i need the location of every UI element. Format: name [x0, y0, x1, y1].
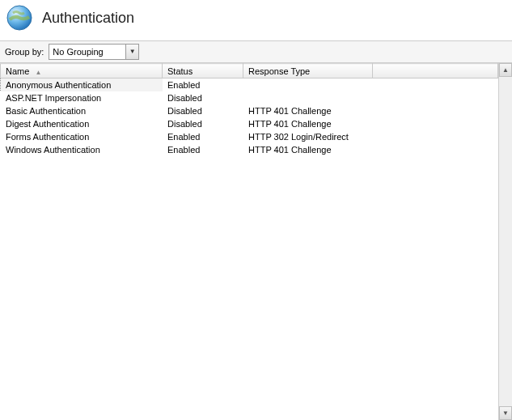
table-row[interactable]: Windows AuthenticationEnabledHTTP 401 Ch…	[1, 143, 498, 156]
cell-name: ASP.NET Impersonation	[1, 91, 163, 104]
cell-response: HTTP 401 Challenge	[243, 143, 373, 156]
cell-status: Enabled	[163, 78, 243, 91]
cell-response	[243, 78, 373, 91]
column-header-name-label: Name	[6, 66, 29, 76]
cell-spacer	[373, 130, 498, 143]
table-row[interactable]: Anonymous AuthenticationEnabled	[1, 78, 498, 91]
scroll-up-icon[interactable]: ▲	[499, 63, 512, 77]
cell-response: HTTP 302 Login/Redirect	[243, 130, 373, 143]
column-header-response[interactable]: Response Type	[243, 64, 373, 78]
cell-status: Enabled	[163, 143, 243, 156]
grid-area: Name ▲ Status Response Type Anonymous Au…	[0, 63, 512, 420]
cell-response: HTTP 401 Challenge	[243, 104, 373, 117]
vertical-scrollbar[interactable]: ▲ ▼	[498, 63, 512, 420]
cell-status: Disabled	[163, 117, 243, 130]
column-header-name[interactable]: Name ▲	[1, 64, 163, 78]
group-by-select[interactable]: No Grouping ▼	[49, 44, 139, 60]
toolbar: Group by: No Grouping ▼	[0, 40, 512, 63]
cell-status: Enabled	[163, 130, 243, 143]
column-header-response-label: Response Type	[248, 66, 310, 76]
cell-name: Anonymous Authentication	[1, 78, 163, 91]
page-header: Authentication	[0, 0, 512, 40]
scroll-track[interactable]	[499, 77, 512, 406]
cell-status: Disabled	[163, 91, 243, 104]
cell-response: HTTP 401 Challenge	[243, 117, 373, 130]
cell-name: Basic Authentication	[1, 104, 163, 117]
chevron-down-icon[interactable]: ▼	[125, 45, 138, 59]
table-row[interactable]: Basic AuthenticationDisabledHTTP 401 Cha…	[1, 104, 498, 117]
page-title: Authentication	[42, 10, 134, 27]
table-row[interactable]: Digest AuthenticationDisabledHTTP 401 Ch…	[1, 117, 498, 130]
cell-name: Forms Authentication	[1, 130, 163, 143]
cell-response	[243, 91, 373, 104]
column-header-spacer	[373, 64, 498, 78]
cell-spacer	[373, 117, 498, 130]
cell-spacer	[373, 143, 498, 156]
cell-spacer	[373, 78, 498, 91]
table-row[interactable]: ASP.NET ImpersonationDisabled	[1, 91, 498, 104]
column-header-row: Name ▲ Status Response Type	[1, 64, 498, 78]
column-header-status-label: Status	[167, 66, 193, 76]
group-by-value: No Grouping	[49, 47, 125, 57]
table-row[interactable]: Forms AuthenticationEnabledHTTP 302 Logi…	[1, 130, 498, 143]
cell-spacer	[373, 91, 498, 104]
scroll-down-icon[interactable]: ▼	[499, 406, 512, 420]
cell-name: Windows Authentication	[1, 143, 163, 156]
sort-asc-icon: ▲	[35, 69, 41, 76]
column-header-status[interactable]: Status	[163, 64, 243, 78]
group-by-label: Group by:	[5, 47, 44, 57]
globe-icon	[5, 3, 34, 32]
cell-status: Disabled	[163, 104, 243, 117]
cell-name: Digest Authentication	[1, 117, 163, 130]
grid: Name ▲ Status Response Type Anonymous Au…	[0, 63, 498, 420]
cell-spacer	[373, 104, 498, 117]
